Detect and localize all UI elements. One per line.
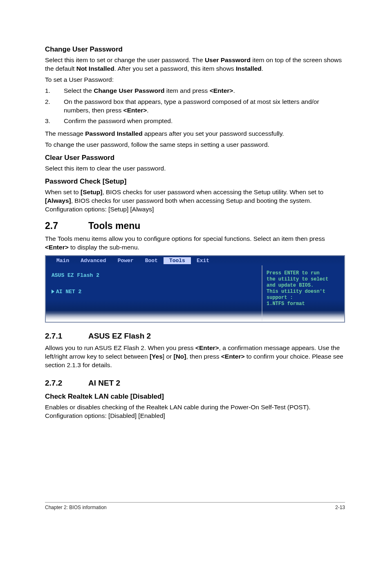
heading-check-realtek-lan: Check Realtek LAN cable [Disabled] — [45, 392, 345, 402]
bios-tab-tools[interactable]: Tools — [164, 257, 191, 265]
text: . After you set a password, this item sh… — [114, 65, 236, 72]
text: Select the — [64, 87, 94, 94]
paragraph: Select this item to set or change the us… — [45, 56, 345, 73]
section-title-text: Tools menu — [88, 220, 140, 231]
text: . — [147, 107, 148, 114]
bios-help-pane: Press ENTER to run the utility to select… — [262, 265, 344, 322]
bold-text: <Enter> — [221, 353, 245, 360]
page-footer: Chapter 2: BIOS information 2-13 — [45, 502, 345, 511]
text: to display the sub-menu. — [69, 244, 139, 251]
list-item: 2. On the password box that appears, typ… — [45, 98, 345, 115]
bold-text: Change User Password — [94, 87, 164, 94]
list-item: 3. Confirm the password when prompted. — [45, 117, 345, 126]
bold-text: <Enter> — [195, 344, 219, 351]
bios-tab-power[interactable]: Power — [112, 257, 139, 265]
step-number: 2. — [45, 98, 64, 115]
bios-tab-main[interactable]: Main — [51, 257, 75, 265]
step-text: Confirm the password when prompted. — [64, 117, 345, 126]
paragraph: The message Password Installed appears a… — [45, 130, 345, 138]
step-number: 3. — [45, 117, 64, 126]
section-title-text: ASUS EZ Flash 2 — [88, 332, 151, 340]
text: . — [262, 65, 263, 72]
bold-text: <Enter> — [123, 107, 147, 114]
text: Select this item to set or change the us… — [45, 56, 205, 63]
bios-tab-exit[interactable]: Exit — [191, 257, 215, 265]
bios-screenshot: Main Advanced Power Boot Tools Exit ASUS… — [45, 255, 345, 323]
text: ] or — [163, 353, 174, 360]
bold-text: <Enter> — [45, 244, 69, 251]
bold-text: Password Installed — [85, 130, 142, 137]
bios-menu-pane: ASUS EZ Flash 2 AI NET 2 — [46, 265, 262, 322]
paragraph: Enables or disables checking of the Real… — [45, 403, 345, 420]
bios-body: ASUS EZ Flash 2 AI NET 2 Press ENTER to … — [45, 265, 345, 323]
step-number: 1. — [45, 87, 64, 95]
bold-text: <Enter> — [210, 87, 233, 94]
section-number: 2.7.1 — [45, 331, 88, 341]
subsection-heading-ez-flash: 2.7.1ASUS EZ Flash 2 — [45, 331, 345, 341]
bold-text: Installed — [236, 65, 262, 72]
steps-list: 1. Select the Change User Password item … — [45, 87, 345, 126]
step-text: On the password box that appears, type a… — [64, 98, 345, 115]
bios-tab-boot[interactable]: Boot — [139, 257, 164, 265]
paragraph: Allows you to run ASUS EZ Flash 2. When … — [45, 344, 345, 370]
step-text: Select the Change User Password item and… — [64, 87, 345, 95]
heading-clear-user-password: Clear User Password — [45, 153, 345, 163]
text: Allows you to run ASUS EZ Flash 2. When … — [45, 344, 195, 351]
text: When set to — [45, 189, 81, 195]
bios-tab-advanced[interactable]: Advanced — [75, 257, 112, 265]
text: On the password box that appears, type a… — [64, 98, 319, 114]
bold-text: Not Installed — [76, 65, 114, 72]
footer-chapter-label: Chapter 2: BIOS information — [45, 504, 107, 511]
section-number: 2.7 — [45, 220, 88, 232]
text: . — [233, 87, 235, 94]
heading-change-user-password: Change User Password — [45, 45, 345, 54]
triangle-right-icon — [52, 290, 54, 294]
heading-password-check: Password Check [Setup] — [45, 177, 345, 186]
text: item and press — [164, 87, 209, 94]
text: appears after you set your password succ… — [143, 130, 284, 137]
bold-text: User Password — [205, 56, 251, 63]
section-number: 2.7.2 — [45, 378, 88, 388]
bios-help-text: Press ENTER to run the utility to select… — [267, 270, 340, 307]
text: , BIOS checks for user password both whe… — [45, 197, 312, 213]
bold-text: [Always] — [45, 197, 71, 204]
text: , then press — [186, 353, 221, 360]
bold-text: [Setup] — [81, 189, 102, 195]
paragraph: To set a User Password: — [45, 76, 345, 84]
section-title-text: AI NET 2 — [88, 379, 120, 387]
text: , BIOS checks for user password when acc… — [102, 189, 323, 195]
text: The message — [45, 130, 85, 137]
paragraph: When set to [Setup], BIOS checks for use… — [45, 188, 345, 214]
bold-text: [No] — [173, 353, 186, 360]
footer-page-number: 2-13 — [335, 504, 345, 511]
bios-menu-item-ez-flash[interactable]: ASUS EZ Flash 2 — [52, 272, 256, 279]
bold-text: [Yes — [150, 353, 163, 360]
paragraph: The Tools menu items allow you to config… — [45, 235, 345, 252]
paragraph: To change the user password, follow the … — [45, 141, 345, 149]
list-item: 1. Select the Change User Password item … — [45, 87, 345, 95]
text: The Tools menu items allow you to config… — [45, 235, 325, 242]
bios-tab-bar: Main Advanced Power Boot Tools Exit — [45, 255, 345, 266]
bios-menu-item-label: AI NET 2 — [56, 289, 81, 295]
bios-menu-item-ai-net[interactable]: AI NET 2 — [52, 288, 256, 296]
subsection-heading-ai-net: 2.7.2AI NET 2 — [45, 378, 345, 388]
paragraph: Select this item to clear the user passw… — [45, 164, 345, 173]
section-heading-tools-menu: 2.7Tools menu — [45, 220, 345, 232]
